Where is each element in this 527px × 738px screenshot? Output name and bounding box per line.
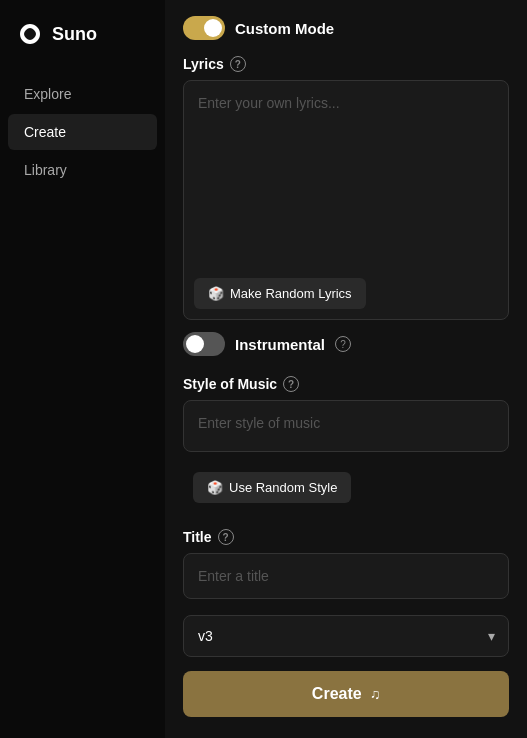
instrumental-toggle[interactable] [183,332,225,356]
make-random-lyrics-button[interactable]: 🎲 Make Random Lyrics [194,278,366,309]
instrumental-help-icon[interactable]: ? [335,336,351,352]
lyrics-input[interactable] [184,81,508,266]
style-of-music-section: Style of Music ? 🎲 Use Random Style [183,376,509,513]
custom-mode-row: Custom Mode [183,16,509,40]
instrumental-row: Instrumental ? [183,332,509,356]
lyrics-help-icon[interactable]: ? [230,56,246,72]
create-button[interactable]: Create ♫ [183,671,509,717]
style-help-icon[interactable]: ? [283,376,299,392]
use-random-style-button[interactable]: 🎲 Use Random Style [193,472,351,503]
title-help-icon[interactable]: ? [218,529,234,545]
custom-mode-toggle[interactable] [183,16,225,40]
main-content: Custom Mode Lyrics ? 🎲 Make Random Lyric… [165,0,527,738]
lyrics-container: 🎲 Make Random Lyrics [183,80,509,320]
instrumental-toggle-track [183,332,225,356]
logo: Suno [0,20,165,76]
lyrics-section: Lyrics ? 🎲 Make Random Lyrics [183,56,509,320]
style-section-label: Style of Music ? [183,376,509,392]
logo-text: Suno [52,24,97,45]
instrumental-toggle-thumb [186,335,204,353]
title-section-label: Title ? [183,529,509,545]
music-note-icon: ♫ [370,686,381,702]
sidebar-item-create[interactable]: Create [8,114,157,150]
style-input[interactable] [183,400,509,452]
dice-icon: 🎲 [208,286,224,301]
dice-icon-style: 🎲 [207,480,223,495]
sidebar-item-explore[interactable]: Explore [8,76,157,112]
lyrics-section-label: Lyrics ? [183,56,509,72]
custom-mode-label: Custom Mode [235,20,334,37]
suno-logo-icon [16,20,44,48]
sidebar-item-library[interactable]: Library [8,152,157,188]
title-section: Title ? [183,529,509,599]
sidebar: Suno Explore Create Library [0,0,165,738]
title-input[interactable] [183,553,509,599]
toggle-track [183,16,225,40]
version-select[interactable]: v1 v2 v3 v4 [183,615,509,657]
version-select-container: v1 v2 v3 v4 ▾ [183,615,509,657]
instrumental-label: Instrumental [235,336,325,353]
toggle-thumb [204,19,222,37]
